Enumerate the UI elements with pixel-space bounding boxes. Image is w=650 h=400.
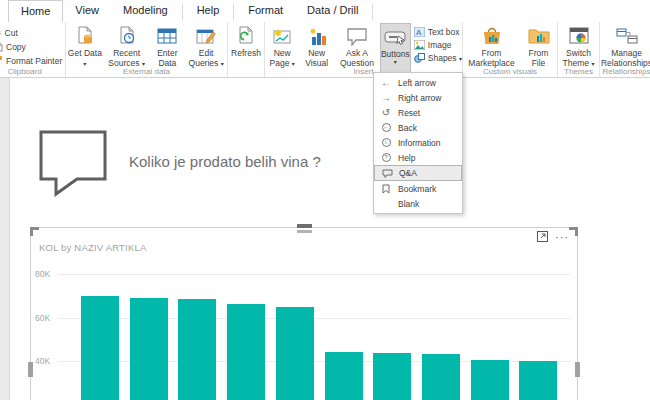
refresh-icon	[236, 25, 256, 47]
ribbon: ✂ Cut Copy Format Painter Clipboard Get …	[0, 22, 650, 78]
buttons-icon	[384, 26, 406, 48]
image-icon	[414, 40, 425, 50]
group-clipboard: ✂ Cut Copy Format Painter Clipboard	[0, 22, 66, 77]
bar[interactable]	[471, 360, 509, 400]
menu-item-left-arrow[interactable]: ← Left arrow	[374, 75, 462, 90]
powerbi-window: Home View Modeling Help Format Data / Dr…	[0, 0, 650, 400]
new-visual-icon	[308, 25, 326, 47]
question-text: Koliko je prodato belih vina ?	[129, 153, 321, 170]
scissors-icon: ✂	[0, 28, 2, 38]
bar[interactable]	[227, 304, 265, 400]
help-icon: ?	[380, 153, 392, 162]
tab-separator	[233, 4, 234, 20]
group-label-external-data: External data	[66, 67, 227, 76]
y-axis-tick-label: 80K	[35, 269, 57, 279]
group-insert: New Page ▾ New Visual Ask A Question But…	[265, 22, 463, 77]
menu-item-qa[interactable]: Q&A	[374, 165, 462, 181]
insert-mini-column: A Text box Image Shapes ▾	[411, 23, 462, 63]
folder-icon	[528, 25, 550, 47]
resize-corner-top-left[interactable]	[30, 227, 39, 236]
bar-chart-visual[interactable]: KOL by NAZIV ARTIKLA 80K60K40K ···	[30, 227, 578, 400]
visual-header-icons: ···	[537, 231, 569, 242]
canvas-background	[0, 78, 10, 400]
menu-item-back[interactable]: ← Back	[374, 120, 462, 135]
group-label-relationships: Relationships	[600, 67, 650, 76]
tab-separator	[372, 4, 373, 20]
back-icon: ←	[380, 123, 392, 132]
information-icon: i	[380, 138, 392, 147]
menu-item-bookmark[interactable]: Bookmark	[374, 181, 462, 196]
gridline	[58, 274, 570, 275]
image-button[interactable]: Image	[414, 40, 462, 50]
refresh-button[interactable]: Refresh	[228, 23, 264, 75]
group-label-custom-visuals: Custom visuals	[463, 67, 557, 76]
recent-sources-icon	[117, 25, 137, 47]
copy-icon	[0, 42, 3, 52]
bookmark-icon	[380, 184, 392, 194]
get-data-icon	[75, 25, 95, 47]
question-bubble-icon	[346, 25, 368, 47]
menu-item-help[interactable]: ? Help	[374, 150, 462, 165]
group-custom-visuals: From Marketplace From File Custom visual…	[463, 22, 558, 77]
shapes-button[interactable]: Shapes ▾	[414, 53, 462, 63]
chart-title: KOL by NAZIV ARTIKLA	[39, 242, 146, 253]
theme-window-icon	[569, 25, 589, 47]
tab-help[interactable]: Help	[185, 0, 232, 22]
bar[interactable]	[130, 298, 168, 400]
resize-handle-right[interactable]	[575, 362, 580, 377]
tab-format[interactable]: Format	[236, 0, 295, 22]
ribbon-tab-bar: Home View Modeling Help Format Data / Dr…	[0, 0, 650, 22]
bar[interactable]	[81, 296, 119, 400]
reset-icon: ↺	[380, 107, 392, 118]
menu-item-blank[interactable]: Blank	[374, 196, 462, 211]
visual-drag-handle[interactable]	[297, 224, 312, 228]
bar[interactable]	[325, 352, 363, 400]
format-painter-icon	[0, 56, 3, 66]
menu-item-reset[interactable]: ↺ Reset	[374, 105, 462, 120]
format-painter-button[interactable]: Format Painter	[0, 54, 62, 68]
relationships-icon	[616, 25, 638, 47]
tab-modeling[interactable]: Modeling	[111, 0, 180, 22]
buttons-dropdown-menu: ← Left arrow → Right arrow ↺ Reset ← Bac…	[373, 72, 463, 214]
menu-item-information[interactable]: i Information	[374, 135, 462, 150]
bar[interactable]	[178, 299, 216, 400]
bar[interactable]	[373, 353, 411, 400]
text-box-button[interactable]: A Text box	[414, 27, 462, 37]
tab-home[interactable]: Home	[8, 0, 63, 22]
tab-view[interactable]: View	[63, 0, 111, 22]
group-label-themes: Themes	[558, 67, 599, 76]
more-options-icon[interactable]: ···	[555, 233, 569, 241]
text-box-icon: A	[414, 27, 425, 37]
group-refresh: Refresh	[228, 22, 265, 77]
group-relationships: Manage Relationships Relationships	[600, 22, 650, 77]
marketplace-bag-icon	[481, 25, 503, 47]
y-axis-tick-label: 60K	[35, 313, 57, 323]
y-axis-tick-label: 40K	[35, 356, 57, 366]
qa-bubble-icon	[381, 169, 393, 178]
tab-data-drill[interactable]: Data / Drill	[295, 0, 370, 22]
edit-queries-icon	[196, 25, 216, 47]
resize-corner-top-right[interactable]	[569, 227, 578, 236]
bar[interactable]	[276, 307, 314, 400]
svg-text:A: A	[416, 28, 422, 37]
left-arrow-icon: ←	[380, 77, 392, 88]
bar[interactable]	[422, 354, 460, 400]
bar[interactable]	[519, 361, 557, 400]
visual-drag-handle[interactable]	[297, 230, 312, 233]
resize-handle-left[interactable]	[28, 362, 33, 377]
group-external-data: Get Data ▾ Recent Sources ▾ Enter Data E…	[66, 22, 228, 77]
right-arrow-icon: →	[380, 92, 392, 103]
copy-button[interactable]: Copy	[0, 40, 26, 54]
focus-mode-icon[interactable]	[537, 231, 548, 242]
menu-item-right-arrow[interactable]: → Right arrow	[374, 90, 462, 105]
shapes-icon	[414, 53, 425, 63]
group-themes: Switch Theme ▾ Themes	[558, 22, 600, 77]
new-page-icon	[272, 25, 292, 47]
enter-data-icon	[157, 25, 177, 47]
cut-button[interactable]: ✂ Cut	[0, 26, 18, 40]
tab-separator	[182, 4, 183, 20]
speech-bubble-shape[interactable]	[38, 128, 110, 198]
group-label-clipboard: Clipboard	[0, 67, 57, 76]
